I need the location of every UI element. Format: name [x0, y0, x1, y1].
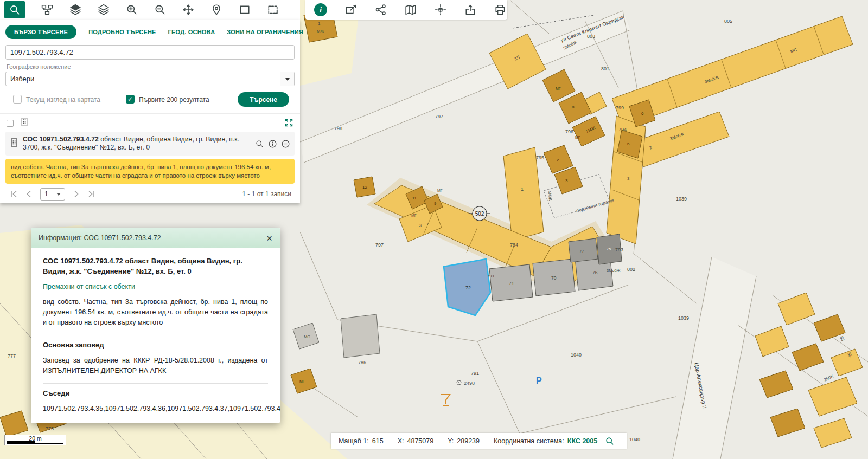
- crs-label: Координатна система:: [494, 437, 564, 445]
- info-popup-header[interactable]: Информация: СОС 10971.502.793.4.72 ×: [31, 228, 280, 248]
- objects-icon: [41, 4, 53, 16]
- map-label: 798: [334, 126, 342, 131]
- type-label: МЖ: [317, 29, 324, 34]
- layers-filled-icon: [69, 4, 81, 16]
- objects-tool[interactable]: [41, 4, 53, 16]
- tab-restriction-zones[interactable]: ЗОНИ НА ОГРАНИЧЕНИЯ: [227, 29, 303, 35]
- building-label: 9: [434, 201, 436, 206]
- last-page-button[interactable]: [87, 190, 95, 198]
- identify-icon: [345, 4, 357, 16]
- layers-tool[interactable]: [98, 4, 110, 16]
- building-label: 3: [565, 178, 568, 183]
- scale-value[interactable]: 615: [372, 437, 384, 445]
- tab-detailed-search[interactable]: ПОДРОБНО ТЪРСЕНЕ: [88, 29, 156, 35]
- coordinate-search-icon[interactable]: [605, 436, 615, 446]
- type-label: МГ: [556, 87, 561, 90]
- identify-tool[interactable]: [345, 4, 357, 16]
- info-icon: i: [314, 3, 327, 16]
- remove-object-icon[interactable]: [281, 139, 290, 148]
- building-icon: [20, 117, 29, 129]
- info-popup-title: Информация: СОС 10971.502.793.4.72: [39, 234, 161, 242]
- close-icon[interactable]: ×: [266, 233, 272, 243]
- status-bar: Мащаб 1: 615 X: 4875079 Y: 289239 Коорди…: [331, 433, 627, 449]
- map-label: 2498: [464, 380, 475, 386]
- extent-tool[interactable]: [267, 4, 279, 16]
- first-page-button[interactable]: [10, 190, 18, 198]
- map-book-tool[interactable]: [405, 4, 417, 16]
- tab-geodetic-basis[interactable]: ГЕОД. ОСНОВА: [168, 29, 215, 35]
- first-200-checkbox[interactable]: ✓: [126, 95, 135, 104]
- export-tool[interactable]: [464, 4, 476, 16]
- page-select[interactable]: 1: [40, 188, 65, 201]
- zoom-out-tool[interactable]: [154, 4, 166, 16]
- pan-tool[interactable]: [182, 4, 194, 16]
- tab-quick-search[interactable]: БЪРЗО ТЪРСЕНЕ: [5, 25, 76, 39]
- select-all-checkbox[interactable]: [7, 120, 14, 127]
- unit-label: 77: [579, 249, 584, 254]
- map-label: 802: [627, 267, 635, 272]
- map-label: 797: [435, 114, 443, 119]
- chevron-down-icon[interactable]: [280, 72, 294, 86]
- unit-label: 70: [551, 275, 557, 281]
- search-tool[interactable]: [4, 1, 25, 18]
- zoom-to-object-icon[interactable]: [255, 139, 264, 148]
- type-label: МГ: [411, 214, 417, 217]
- building-label: 8: [572, 105, 575, 109]
- object-details: вид собств. Частна, тип За търговска дей…: [43, 297, 268, 328]
- order-section-header: Основна заповед: [43, 335, 268, 349]
- scale-bar: 20 m: [4, 435, 66, 445]
- map-label: 1040: [571, 352, 582, 358]
- search-panel: БЪРЗО ТЪРСЕНЕ ПОДРОБНО ТЪРСЕНЕ ГЕОД. ОСН…: [0, 20, 300, 203]
- search-field-wrap: [5, 45, 295, 60]
- share-icon: [375, 4, 387, 16]
- building-label: 1: [318, 21, 321, 26]
- location-tool[interactable]: [210, 4, 222, 16]
- section-tool[interactable]: [435, 4, 446, 16]
- zoom-in-tool[interactable]: [126, 4, 138, 16]
- type-label: МГ: [299, 379, 305, 383]
- geo-position-select[interactable]: Избери: [5, 72, 295, 86]
- search-icon: [9, 4, 21, 16]
- layers-icon: [98, 4, 110, 16]
- type-label: МС: [304, 334, 310, 339]
- print-icon: [494, 4, 506, 16]
- building-label: 11: [412, 196, 417, 201]
- type-label: МГ: [437, 189, 443, 192]
- type-label: МГ: [575, 135, 580, 139]
- x-value: 4875079: [407, 437, 433, 445]
- building[interactable]: [341, 314, 380, 358]
- zoom-in-icon: [126, 4, 138, 16]
- search-input[interactable]: [6, 46, 294, 59]
- info-popup-body: СОС 10971.502.793.4.72 област Видин, общ…: [31, 248, 280, 423]
- map-label: 797: [375, 242, 384, 248]
- toolbar-secondary: i: [305, 0, 507, 20]
- building-label: 1: [521, 186, 524, 192]
- unit-label: 75: [607, 247, 611, 251]
- select-rect-tool[interactable]: [239, 4, 251, 16]
- building-label: 6: [627, 141, 630, 146]
- map-label: 799: [616, 105, 624, 111]
- result-item[interactable]: СОС 10971.502.793.4.72 област Видин, общ…: [5, 132, 295, 156]
- search-controls: Текущ изглед на картата ✓ Първите 200 ре…: [0, 92, 300, 107]
- building-label: 6: [641, 111, 644, 116]
- current-view-checkbox[interactable]: [13, 95, 22, 104]
- remove-from-list-link[interactable]: Премахни от списък с обекти: [43, 283, 268, 290]
- info-tool[interactable]: i: [314, 3, 327, 16]
- object-info-icon[interactable]: [268, 139, 277, 148]
- zoom-to-results-button[interactable]: [284, 118, 293, 130]
- first-200-label: Първите 200 резултата: [139, 96, 209, 104]
- y-value: 289239: [457, 437, 480, 445]
- section-icon: [435, 4, 446, 16]
- search-button[interactable]: Търсене: [238, 92, 289, 107]
- chevron-down-icon: [56, 193, 61, 198]
- unit-label: 71: [509, 281, 514, 286]
- crs-value[interactable]: ККС 2005: [567, 437, 597, 445]
- prev-page-button[interactable]: [25, 190, 34, 198]
- building-label: 12: [362, 185, 367, 190]
- print-tool[interactable]: [494, 4, 506, 16]
- next-page-button[interactable]: [72, 190, 80, 198]
- geo-position-label: Географско положение: [7, 63, 293, 70]
- share-tool[interactable]: [375, 4, 387, 16]
- map-label: 795: [536, 155, 544, 160]
- layers-filled-tool[interactable]: [69, 4, 81, 16]
